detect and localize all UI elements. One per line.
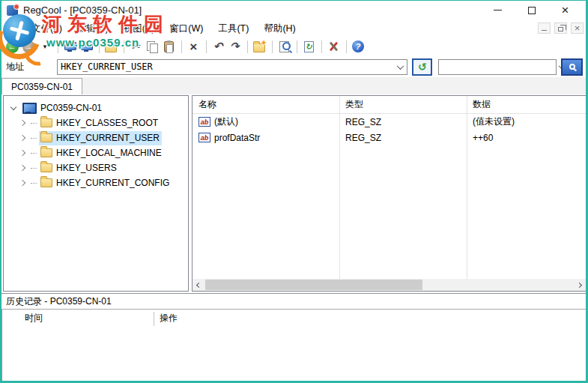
undo-button[interactable]: ↶ (210, 39, 225, 54)
scroll-left-icon (196, 282, 201, 287)
maximize-button[interactable] (515, 0, 548, 20)
value-data: (值未设置) (467, 115, 586, 128)
close-button[interactable]: × (548, 0, 582, 20)
tree-item-label: PC0359-CN-01 (40, 103, 102, 113)
toolbar-separator (206, 40, 207, 53)
scroll-left-button[interactable] (193, 279, 205, 291)
tree-item-label: HKEY_CURRENT_USER (56, 133, 160, 143)
mdi-restore-button[interactable] (554, 22, 567, 34)
mdi-minimize-button[interactable] (538, 22, 551, 34)
tab-pc0359[interactable]: PC0359-CN-01 (1, 78, 82, 94)
up-arrow-icon (111, 41, 117, 46)
toolbar-separator (58, 40, 58, 53)
scroll-right-icon (577, 282, 582, 287)
toolbar: ← → ▼ ✂ × ↶ ↷ ↻ ? (0, 37, 588, 56)
toolbar-separator (181, 40, 182, 53)
forward-button[interactable]: → (21, 39, 36, 54)
tree-connector (31, 138, 37, 139)
copy-button[interactable] (145, 39, 160, 54)
chevron-right-icon[interactable] (19, 150, 25, 156)
menu-file[interactable]: 文件(F) (24, 21, 70, 37)
menu-bar: 文件(F) 编辑(E) 视图(V) 窗口(W) 工具(T) 帮助(H) × (0, 20, 588, 37)
value-row-default[interactable]: ab(默认) REG_SZ (值未设置) (193, 114, 586, 130)
tree-item-hkey-current-user[interactable]: HKEY_CURRENT_USER (4, 130, 188, 145)
value-type: REG_SZ (339, 117, 467, 127)
tree-connector (31, 153, 37, 154)
value-name: profDataStr (214, 133, 260, 143)
mdi-close-button[interactable]: × (571, 22, 584, 34)
horizontal-scrollbar[interactable] (193, 279, 586, 291)
list-header: 名称 类型 数据 (193, 96, 586, 114)
paste-button[interactable] (161, 39, 176, 54)
search-input[interactable] (439, 60, 560, 74)
menu-window[interactable]: 窗口(W) (162, 21, 210, 37)
folder-icon (40, 118, 52, 127)
value-row-profdatastr[interactable]: abprofDataStr REG_SZ ++60 (193, 130, 586, 145)
go-button[interactable]: ↻ (412, 58, 432, 76)
tab-label: PC0359-CN-01 (11, 82, 73, 92)
tree-item-hkey-local-machine[interactable]: HKEY_LOCAL_MACHINE (4, 145, 188, 160)
back-button[interactable]: ← (4, 39, 19, 54)
tree-item-hkey-classes-root[interactable]: HKEY_CLASSES_ROOT (4, 115, 188, 130)
redo-button[interactable]: ↷ (227, 39, 242, 54)
undo-icon: ↶ (213, 40, 223, 53)
scroll-right-button[interactable] (573, 279, 586, 291)
nav-history-dropdown[interactable]: ▼ (37, 39, 52, 54)
new-key-icon (253, 43, 265, 52)
toolbar-separator (99, 40, 100, 53)
column-header-type[interactable]: 类型 (339, 98, 467, 111)
string-value-icon: ab (198, 133, 210, 142)
connect-network-button[interactable] (62, 39, 77, 54)
menu-tools[interactable]: 工具(T) (210, 21, 256, 37)
toolbar-separator (297, 40, 297, 53)
delete-button[interactable]: × (186, 39, 201, 54)
address-input[interactable] (58, 60, 394, 74)
back-icon: ← (6, 40, 19, 53)
value-data: ++60 (467, 133, 586, 143)
menu-edit[interactable]: 编辑(E) (70, 21, 116, 37)
search-icon (569, 64, 575, 70)
history-title: 历史记录 - PC0359-CN-01 (0, 294, 588, 310)
column-header-data[interactable]: 数据 (467, 98, 586, 111)
chevron-right-icon[interactable] (19, 135, 25, 141)
tree-item-computer[interactable]: PC0359-CN-01 (4, 100, 188, 115)
find-icon (279, 41, 289, 52)
refresh-button[interactable]: ↻ (301, 39, 316, 54)
folder-icon (40, 178, 52, 187)
tree-item-hkey-current-config[interactable]: HKEY_CURRENT_CONFIG (4, 175, 188, 190)
menu-help[interactable]: 帮助(H) (256, 21, 303, 37)
tree-item-label: HKEY_CURRENT_CONFIG (56, 178, 169, 188)
chevron-down-icon: ▼ (42, 43, 48, 50)
chevron-right-icon[interactable] (19, 120, 25, 126)
disconnect-network-icon (81, 42, 92, 51)
address-dropdown-button[interactable] (394, 60, 407, 74)
toolbar-separator (247, 40, 248, 53)
scrollbar-thumb[interactable] (205, 280, 422, 290)
column-header-name[interactable]: 名称 (193, 98, 339, 111)
menu-view[interactable]: 视图(V) (116, 21, 163, 37)
minimize-button[interactable] (481, 0, 515, 20)
address-combo (57, 59, 407, 75)
forward-icon: → (22, 40, 35, 53)
column-header-time[interactable]: 时间 (2, 312, 154, 325)
column-header-operation[interactable]: 操作 (154, 312, 178, 325)
tab-bar: PC0359-CN-01 (0, 77, 588, 94)
chevron-right-icon[interactable] (19, 180, 25, 186)
refresh-arrow-icon: ↻ (305, 42, 312, 52)
search-button[interactable] (561, 58, 583, 76)
help-button[interactable]: ? (351, 39, 366, 54)
cut-button[interactable]: ✂ (128, 39, 143, 54)
new-key-button[interactable] (252, 39, 267, 54)
toolbar-separator (272, 40, 273, 53)
chevron-right-icon[interactable] (19, 165, 25, 171)
open-folder-icon (40, 133, 52, 142)
delete-icon: × (190, 40, 197, 53)
cut-icon: ✂ (131, 40, 140, 52)
options-button[interactable] (326, 39, 341, 54)
open-hive-button[interactable] (103, 39, 118, 54)
find-button[interactable] (276, 39, 291, 54)
disconnect-network-button[interactable] (79, 39, 94, 54)
chevron-down-icon[interactable] (10, 104, 16, 110)
tree-item-hkey-users[interactable]: HKEY_USERS (4, 160, 188, 175)
window-controls: × (481, 0, 582, 20)
